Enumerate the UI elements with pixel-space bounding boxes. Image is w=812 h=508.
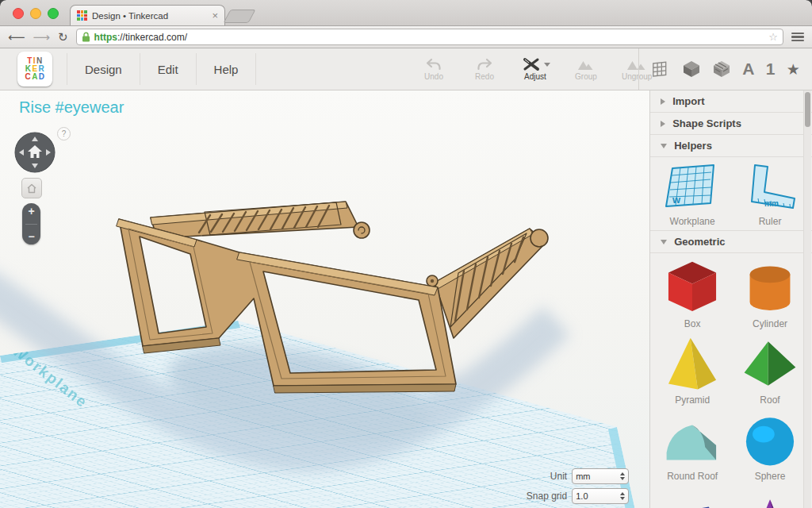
shape-label: Sphere: [755, 471, 786, 482]
scrollbar-thumb[interactable]: [805, 92, 810, 127]
shape-label: Pyramid: [675, 394, 710, 406]
browser-tab[interactable]: Design • Tinkercad ×: [70, 5, 225, 25]
section-label: Helpers: [674, 140, 712, 152]
numbers-icon: 1: [766, 60, 776, 79]
round-roof-shape-icon: [661, 410, 723, 469]
fit-view-button[interactable]: [21, 178, 42, 198]
edit-tools: Undo Redo Adjust: [419, 48, 652, 90]
unit-label: Unit: [550, 471, 567, 482]
close-window-button[interactable]: [13, 8, 24, 19]
favorites-tab[interactable]: ★: [787, 60, 800, 79]
shape-pyramid[interactable]: Pyramid: [653, 334, 731, 406]
shape-cone[interactable]: [731, 487, 809, 508]
help-button[interactable]: ?: [57, 127, 71, 140]
url-scheme: https: [94, 32, 117, 43]
menu-help[interactable]: Help: [197, 53, 257, 85]
app-toolbar: TIN KER CAD Design Edit Help Undo: [0, 48, 812, 90]
shape-ruler[interactable]: mm Ruler: [731, 162, 809, 227]
zoom-control: + −: [22, 203, 40, 244]
letters-tab[interactable]: A: [742, 60, 754, 79]
undo-label: Undo: [424, 72, 443, 81]
snap-grid-label: Snap grid: [527, 491, 567, 502]
browser-navbar: ⟵ ⟶ ↻ https://tinkercad.com/ ☆: [0, 26, 812, 48]
undo-button[interactable]: Undo: [419, 58, 449, 81]
shape-wedge[interactable]: [653, 487, 731, 508]
glasses-left-temple[interactable]: [151, 202, 370, 238]
design-canvas[interactable]: Workplane: [0, 90, 649, 508]
zoom-in-button[interactable]: +: [28, 206, 34, 217]
forward-button[interactable]: ⟶: [33, 31, 51, 43]
https-padlock-icon: [82, 32, 90, 42]
menu-edit[interactable]: Edit: [140, 53, 197, 85]
workplane-helper-icon: w: [661, 162, 723, 214]
sphere-shape-icon: [739, 410, 801, 469]
orbit-navpad[interactable]: [14, 132, 56, 173]
url-rest: ://tinkercad.com/: [117, 32, 187, 43]
logo-letter: D: [39, 73, 45, 81]
shape-round-roof[interactable]: Round Roof: [653, 410, 731, 482]
unit-select[interactable]: mm: [572, 468, 629, 484]
shape-label: Cylinder: [753, 318, 787, 329]
shape-cylinder[interactable]: Cylinder: [731, 258, 809, 329]
group-label: Group: [575, 72, 597, 81]
shape-label: Round Roof: [667, 471, 718, 482]
stepper-icon: [620, 492, 625, 500]
cone-shape-icon: [739, 487, 801, 508]
design-title: Rise #eyewear: [19, 98, 124, 117]
redo-label: Redo: [475, 72, 494, 81]
traffic-lights: [13, 8, 59, 19]
minimize-window-button[interactable]: [30, 8, 41, 19]
adjust-button[interactable]: Adjust: [520, 57, 550, 81]
browser-menu-icon[interactable]: [791, 33, 804, 42]
tinkercad-favicon-icon: [77, 10, 87, 21]
disclosure-triangle-icon: [661, 240, 667, 244]
sidebar-scrollbar[interactable]: [803, 90, 811, 508]
viewport-3d[interactable]: Workplane: [0, 90, 649, 508]
shape-box[interactable]: Box: [653, 258, 731, 329]
workplane-grid-tab[interactable]: [651, 60, 670, 79]
logo-letter: C: [25, 73, 31, 81]
redo-button[interactable]: Redo: [469, 58, 500, 81]
undo-icon: [424, 58, 443, 71]
shape-workplane[interactable]: w Workplane: [653, 162, 731, 227]
snap-grid-select[interactable]: 1.0: [572, 488, 629, 504]
section-import[interactable]: Import: [650, 90, 812, 113]
workplane-grid-icon: [651, 60, 670, 79]
tab-close-icon[interactable]: ×: [212, 10, 218, 21]
house-icon: [26, 183, 37, 194]
section-geometric[interactable]: Geometric: [650, 231, 812, 253]
reload-button[interactable]: ↻: [58, 31, 68, 43]
tinkercad-logo[interactable]: TIN KER CAD: [17, 52, 52, 87]
stepper-icon: [620, 472, 625, 480]
numbers-tab[interactable]: 1: [766, 60, 776, 79]
menu-design[interactable]: Design: [67, 53, 140, 85]
shape-label: Roof: [760, 394, 779, 406]
shape-roof[interactable]: Roof: [731, 334, 809, 406]
zoom-divider: [25, 224, 37, 225]
section-helpers[interactable]: Helpers: [650, 135, 812, 157]
group-button[interactable]: Group: [571, 58, 601, 81]
shape-label: Box: [684, 318, 701, 329]
shape-sphere[interactable]: Sphere: [731, 410, 809, 482]
address-bar[interactable]: https://tinkercad.com/ ☆: [76, 29, 783, 45]
section-shape-scripts[interactable]: Shape Scripts: [650, 113, 812, 135]
shapes-sidebar: Import Shape Scripts Helpers: [649, 90, 812, 508]
back-button[interactable]: ⟵: [8, 31, 25, 43]
redo-icon: [475, 58, 494, 71]
bookmark-star-icon[interactable]: ☆: [768, 31, 778, 43]
solid-shapes-tab[interactable]: [682, 60, 701, 79]
ruler-helper-icon: mm: [739, 162, 801, 214]
geometric-shapes: Box Cylinder: [650, 253, 812, 508]
snap-grid-value: 1.0: [576, 491, 588, 501]
zoom-window-button[interactable]: [48, 8, 59, 19]
disclosure-triangle-icon: [661, 121, 665, 127]
grid-settings: Unit mm Snap grid 1.0: [527, 468, 629, 504]
hole-shapes-tab[interactable]: [712, 60, 731, 79]
adjust-icon: [521, 57, 542, 71]
solid-cube-icon: [682, 60, 701, 79]
section-label: Geometric: [674, 236, 725, 248]
caret-down-icon: [544, 63, 550, 67]
shape-category-tabs: A 1 ★: [638, 48, 812, 90]
new-tab-button[interactable]: [223, 10, 255, 23]
zoom-out-button[interactable]: −: [28, 231, 34, 242]
